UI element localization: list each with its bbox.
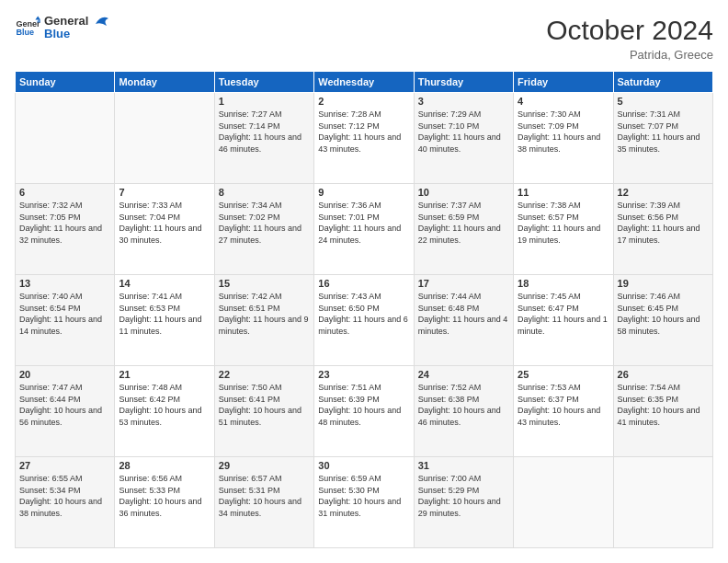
calendar-cell: 25Sunrise: 7:53 AMSunset: 6:37 PMDayligh…: [514, 366, 613, 457]
day-number: 19: [618, 278, 709, 289]
calendar-cell: [115, 93, 214, 184]
day-number: 5: [618, 96, 709, 107]
calendar-cell: 11Sunrise: 7:38 AMSunset: 6:57 PMDayligh…: [514, 184, 613, 275]
day-number: 12: [618, 187, 709, 198]
day-info: Sunrise: 7:32 AMSunset: 7:05 PMDaylight:…: [19, 200, 110, 246]
day-info: Sunrise: 7:38 AMSunset: 6:57 PMDaylight:…: [518, 200, 609, 246]
day-number: 20: [19, 369, 110, 380]
calendar-cell: [514, 457, 613, 548]
day-number: 21: [119, 369, 210, 380]
title-block: October 2024 Patrida, Greece: [546, 15, 713, 62]
calendar-week-1: 1Sunrise: 7:27 AMSunset: 7:14 PMDaylight…: [16, 93, 713, 184]
weekday-header-thursday: Thursday: [414, 72, 513, 93]
calendar-cell: 6Sunrise: 7:32 AMSunset: 7:05 PMDaylight…: [16, 184, 115, 275]
day-info: Sunrise: 7:36 AMSunset: 7:01 PMDaylight:…: [318, 200, 409, 246]
day-number: 25: [518, 369, 609, 380]
day-info: Sunrise: 6:56 AMSunset: 5:33 PMDaylight:…: [119, 473, 210, 519]
calendar-cell: 17Sunrise: 7:44 AMSunset: 6:48 PMDayligh…: [414, 275, 513, 366]
day-number: 31: [418, 460, 509, 471]
day-info: Sunrise: 7:42 AMSunset: 6:51 PMDaylight:…: [219, 291, 310, 337]
day-info: Sunrise: 7:30 AMSunset: 7:09 PMDaylight:…: [518, 109, 609, 155]
day-info: Sunrise: 7:51 AMSunset: 6:39 PMDaylight:…: [318, 382, 409, 428]
calendar-week-3: 13Sunrise: 7:40 AMSunset: 6:54 PMDayligh…: [16, 275, 713, 366]
weekday-header-sunday: Sunday: [16, 72, 115, 93]
calendar-week-2: 6Sunrise: 7:32 AMSunset: 7:05 PMDaylight…: [16, 184, 713, 275]
weekday-header-wednesday: Wednesday: [314, 72, 414, 93]
month-title: October 2024: [546, 15, 713, 46]
day-info: Sunrise: 7:46 AMSunset: 6:45 PMDaylight:…: [618, 291, 709, 337]
calendar-cell: 3Sunrise: 7:29 AMSunset: 7:10 PMDaylight…: [414, 93, 513, 184]
logo-icon: General Blue: [15, 15, 40, 40]
day-info: Sunrise: 7:31 AMSunset: 7:07 PMDaylight:…: [618, 109, 709, 155]
day-number: 3: [418, 96, 509, 107]
day-info: Sunrise: 7:29 AMSunset: 7:10 PMDaylight:…: [418, 109, 509, 155]
calendar-table: SundayMondayTuesdayWednesdayThursdayFrid…: [15, 71, 713, 548]
calendar-cell: 30Sunrise: 6:59 AMSunset: 5:30 PMDayligh…: [314, 457, 414, 548]
calendar-week-5: 27Sunrise: 6:55 AMSunset: 5:34 PMDayligh…: [16, 457, 713, 548]
day-number: 26: [618, 369, 709, 380]
svg-text:Blue: Blue: [16, 29, 34, 38]
day-info: Sunrise: 7:54 AMSunset: 6:35 PMDaylight:…: [618, 382, 709, 428]
calendar-cell: 27Sunrise: 6:55 AMSunset: 5:34 PMDayligh…: [16, 457, 115, 548]
day-info: Sunrise: 7:28 AMSunset: 7:12 PMDaylight:…: [318, 109, 409, 155]
calendar-cell: 4Sunrise: 7:30 AMSunset: 7:09 PMDaylight…: [514, 93, 613, 184]
day-number: 2: [318, 96, 409, 107]
day-number: 7: [119, 187, 210, 198]
location-subtitle: Patrida, Greece: [546, 48, 713, 62]
day-info: Sunrise: 7:40 AMSunset: 6:54 PMDaylight:…: [19, 291, 110, 337]
day-info: Sunrise: 7:44 AMSunset: 6:48 PMDaylight:…: [418, 291, 509, 337]
day-number: 4: [518, 96, 609, 107]
day-number: 23: [318, 369, 409, 380]
day-number: 18: [518, 278, 609, 289]
day-info: Sunrise: 6:59 AMSunset: 5:30 PMDaylight:…: [318, 473, 409, 519]
day-number: 27: [19, 460, 110, 471]
calendar-cell: 21Sunrise: 7:48 AMSunset: 6:42 PMDayligh…: [115, 366, 214, 457]
day-number: 8: [219, 187, 310, 198]
day-number: 15: [219, 278, 310, 289]
calendar-cell: 20Sunrise: 7:47 AMSunset: 6:44 PMDayligh…: [16, 366, 115, 457]
calendar-cell: 22Sunrise: 7:50 AMSunset: 6:41 PMDayligh…: [214, 366, 313, 457]
day-number: 9: [318, 187, 409, 198]
day-info: Sunrise: 7:33 AMSunset: 7:04 PMDaylight:…: [119, 200, 210, 246]
calendar-cell: 8Sunrise: 7:34 AMSunset: 7:02 PMDaylight…: [214, 184, 313, 275]
weekday-header-tuesday: Tuesday: [214, 72, 313, 93]
day-info: Sunrise: 7:53 AMSunset: 6:37 PMDaylight:…: [518, 382, 609, 428]
day-info: Sunrise: 7:48 AMSunset: 6:42 PMDaylight:…: [119, 382, 210, 428]
calendar-cell: 12Sunrise: 7:39 AMSunset: 6:56 PMDayligh…: [613, 184, 712, 275]
calendar-cell: 26Sunrise: 7:54 AMSunset: 6:35 PMDayligh…: [613, 366, 712, 457]
calendar-week-4: 20Sunrise: 7:47 AMSunset: 6:44 PMDayligh…: [16, 366, 713, 457]
calendar-cell: 15Sunrise: 7:42 AMSunset: 6:51 PMDayligh…: [214, 275, 313, 366]
day-info: Sunrise: 7:27 AMSunset: 7:14 PMDaylight:…: [219, 109, 310, 155]
calendar-cell: 5Sunrise: 7:31 AMSunset: 7:07 PMDaylight…: [613, 93, 712, 184]
day-info: Sunrise: 7:34 AMSunset: 7:02 PMDaylight:…: [219, 200, 310, 246]
header: General Blue General Blue October 2024 P…: [15, 15, 713, 62]
day-number: 13: [19, 278, 110, 289]
day-number: 29: [219, 460, 310, 471]
day-info: Sunrise: 6:55 AMSunset: 5:34 PMDaylight:…: [19, 473, 110, 519]
calendar-cell: 28Sunrise: 6:56 AMSunset: 5:33 PMDayligh…: [115, 457, 214, 548]
calendar-cell: 10Sunrise: 7:37 AMSunset: 6:59 PMDayligh…: [414, 184, 513, 275]
day-info: Sunrise: 7:41 AMSunset: 6:53 PMDaylight:…: [119, 291, 210, 337]
calendar-cell: 31Sunrise: 7:00 AMSunset: 5:29 PMDayligh…: [414, 457, 513, 548]
calendar-cell: 24Sunrise: 7:52 AMSunset: 6:38 PMDayligh…: [414, 366, 513, 457]
day-info: Sunrise: 7:37 AMSunset: 6:59 PMDaylight:…: [418, 200, 509, 246]
weekday-header-friday: Friday: [514, 72, 613, 93]
page: General Blue General Blue October 2024 P…: [0, 0, 728, 563]
day-number: 16: [318, 278, 409, 289]
day-number: 11: [518, 187, 609, 198]
calendar-cell: 29Sunrise: 6:57 AMSunset: 5:31 PMDayligh…: [214, 457, 313, 548]
calendar-cell: [613, 457, 712, 548]
calendar-cell: 14Sunrise: 7:41 AMSunset: 6:53 PMDayligh…: [115, 275, 214, 366]
day-number: 1: [219, 96, 310, 107]
svg-marker-2: [35, 17, 40, 20]
weekday-header-row: SundayMondayTuesdayWednesdayThursdayFrid…: [16, 72, 713, 93]
calendar-cell: 7Sunrise: 7:33 AMSunset: 7:04 PMDaylight…: [115, 184, 214, 275]
day-number: 28: [119, 460, 210, 471]
day-info: Sunrise: 7:39 AMSunset: 6:56 PMDaylight:…: [618, 200, 709, 246]
day-info: Sunrise: 7:45 AMSunset: 6:47 PMDaylight:…: [518, 291, 609, 337]
weekday-header-monday: Monday: [115, 72, 214, 93]
calendar-cell: 1Sunrise: 7:27 AMSunset: 7:14 PMDaylight…: [214, 93, 313, 184]
calendar-cell: 18Sunrise: 7:45 AMSunset: 6:47 PMDayligh…: [514, 275, 613, 366]
day-info: Sunrise: 6:57 AMSunset: 5:31 PMDaylight:…: [219, 473, 310, 519]
day-number: 17: [418, 278, 509, 289]
